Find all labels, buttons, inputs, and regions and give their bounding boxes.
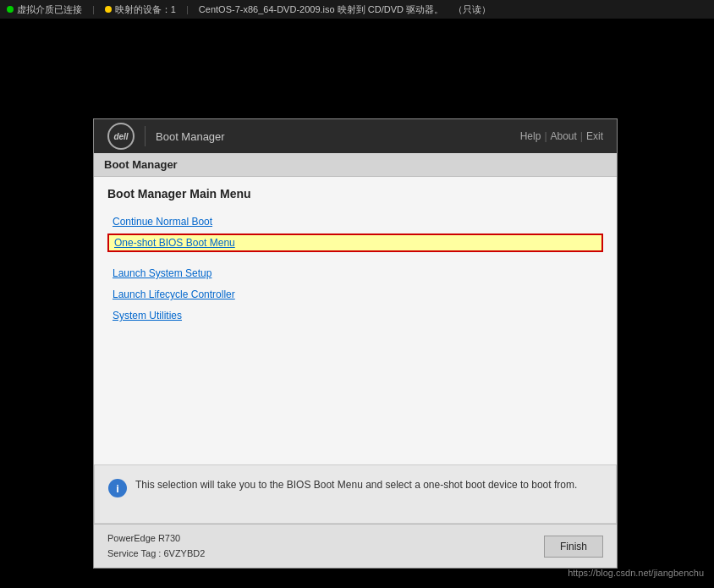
launch-system-setup-link[interactable]: Launch System Setup xyxy=(113,267,211,279)
footer-info: PowerEdge R730 Service Tag : 6VZYBD2 xyxy=(107,531,205,561)
menu-item-one-shot-bios[interactable]: One-shot BIOS Boot Menu xyxy=(107,234,603,252)
status-bar: 虚拟介质已连接 | 映射的设备：1 | CentOS-7-x86_64-DVD-… xyxy=(0,0,714,19)
section-title: Boot Manager xyxy=(94,153,617,177)
nav-exit[interactable]: Exit xyxy=(586,130,603,142)
device-status-text: 映射的设备：1 xyxy=(115,3,176,16)
content-area: Boot Manager Main Menu Continue Normal B… xyxy=(94,177,617,464)
vm-status-dot xyxy=(7,6,14,13)
info-box: i This selection will take you to the BI… xyxy=(94,464,617,524)
launch-lifecycle-link[interactable]: Launch Lifecycle Controller xyxy=(113,289,235,300)
main-menu-title: Boot Manager Main Menu xyxy=(107,187,603,201)
header-bar: dell Boot Manager Help | About | Exit xyxy=(94,119,617,153)
nav-divider-1: | xyxy=(544,130,546,142)
header-title: Boot Manager xyxy=(156,130,510,143)
info-icon-text: i xyxy=(116,482,119,495)
nav-divider-2: | xyxy=(580,130,583,142)
info-icon: i xyxy=(108,479,127,497)
nav-about[interactable]: About xyxy=(551,130,577,142)
boot-manager-window: dell Boot Manager Help | About | Exit Bo… xyxy=(93,118,618,569)
continue-normal-boot-link[interactable]: Continue Normal Boot xyxy=(113,216,212,228)
nav-help[interactable]: Help xyxy=(520,130,541,142)
device-note-text: （只读） xyxy=(453,3,491,16)
device-indicator: 映射的设备：1 xyxy=(105,3,176,16)
menu-item-launch-lifecycle[interactable]: Launch Lifecycle Controller xyxy=(107,285,603,303)
footer-model: PowerEdge R730 xyxy=(107,531,205,547)
device-detail-text: CentOS-7-x86_64-DVD-2009.iso 映射到 CD/DVD … xyxy=(199,3,443,16)
footer: PowerEdge R730 Service Tag : 6VZYBD2 Fin… xyxy=(94,524,617,568)
header-nav: Help | About | Exit xyxy=(520,130,603,142)
footer-service-tag: Service Tag : 6VZYBD2 xyxy=(107,547,205,562)
menu-item-launch-system-setup[interactable]: Launch System Setup xyxy=(107,264,603,282)
vm-status-text: 虚拟介质已连接 xyxy=(17,3,82,16)
menu-gap xyxy=(107,256,603,264)
vm-indicator: 虚拟介质已连接 xyxy=(7,3,82,16)
info-message: This selection will take you to the BIOS… xyxy=(135,477,577,492)
one-shot-bios-link[interactable]: One-shot BIOS Boot Menu xyxy=(114,237,235,249)
dell-logo: dell xyxy=(107,123,135,150)
bottom-url: https://blog.csdn.net/jiangbenchu xyxy=(568,568,704,578)
dell-logo-text: dell xyxy=(113,132,128,141)
menu-item-system-utilities[interactable]: System Utilities xyxy=(107,306,603,324)
finish-button[interactable]: Finish xyxy=(544,536,603,558)
menu-item-continue-normal-boot[interactable]: Continue Normal Boot xyxy=(107,212,603,230)
device-status-dot xyxy=(105,6,112,13)
menu-list: Continue Normal Boot One-shot BIOS Boot … xyxy=(107,212,603,324)
system-utilities-link[interactable]: System Utilities xyxy=(113,310,182,321)
